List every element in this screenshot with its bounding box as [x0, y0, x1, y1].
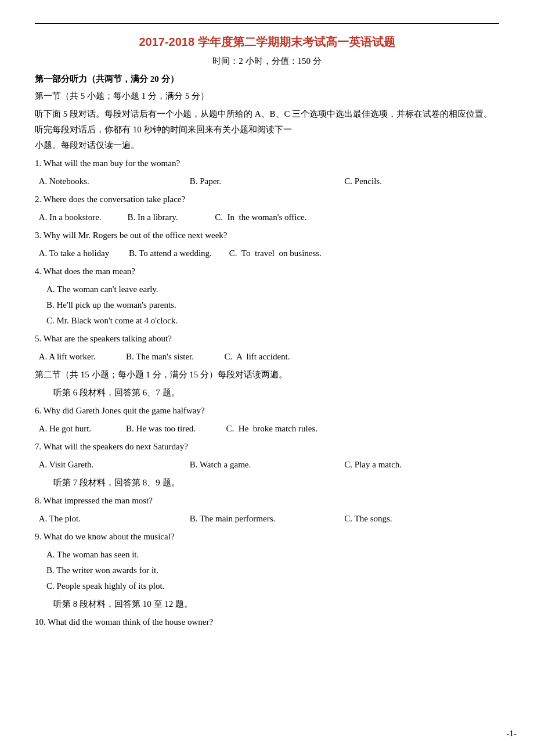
option-9a: A. The woman has seen it.: [46, 547, 499, 563]
question-6: 6. Why did Gareth Jones quit the game ha…: [35, 403, 499, 419]
page-number: -1-: [507, 729, 517, 739]
question-8: 8. What impressed the man most?: [35, 493, 499, 509]
option-8a: A. The plot.: [35, 511, 190, 527]
options-6: A. He got hurt. B. He was too tired. C. …: [35, 421, 499, 437]
options-4: A. The woman can't leave early. B. He'll…: [35, 282, 499, 329]
listen6-7: 听第 6 段材料，回答第 6、7 题。: [35, 385, 499, 401]
question-4: 4. What does the man mean?: [35, 264, 499, 279]
option-4b: B. He'll pick up the woman's parents.: [46, 297, 499, 313]
option-7c: C. Play a match.: [344, 457, 499, 473]
options-9: A. The woman has seen it. B. The writer …: [35, 547, 499, 594]
option-4c: C. Mr. Black won't come at 4 o'clock.: [46, 313, 499, 329]
question-10: 10. What did the woman think of the hous…: [35, 614, 499, 630]
option-9c: C. People speak highly of its plot.: [46, 578, 499, 594]
option-7a: A. Visit Gareth.: [35, 457, 190, 473]
options-5: A. A lift worker. B. The man's sister. C…: [35, 349, 499, 365]
question-3: 3. Why will Mr. Rogers be out of the off…: [35, 228, 499, 243]
options-2: A. In a bookstore. B. In a library. C. I…: [35, 210, 499, 225]
question-2: 2. Where does the conversation take plac…: [35, 192, 499, 207]
section1-title: 第一部分听力（共两节，满分 20 分）: [35, 74, 499, 85]
question-5: 5. What are the speakers talking about?: [35, 331, 499, 347]
option-8b: B. The main performers.: [190, 511, 345, 527]
exam-subtitle: 时间：2 小时，分值：150 分: [35, 56, 499, 67]
option-9b: B. The writer won awards for it.: [46, 563, 499, 578]
exam-title: 2017-2018 学年度第二学期期末考试高一英语试题: [35, 34, 499, 50]
options-3: A. To take a holiday B. To attend a wedd…: [35, 246, 499, 261]
section1-sub1: 第一节（共 5 小题；每小题 1 分，满分 5 分）: [35, 88, 499, 104]
listen7-8: 听第 7 段材料，回答第 8、9 题。: [35, 475, 499, 491]
option-1a: A. Notebooks.: [35, 174, 190, 189]
option-8c: C. The songs.: [344, 511, 499, 527]
option-7b: B. Watch a game.: [190, 457, 345, 473]
option-4a: A. The woman can't leave early.: [46, 282, 499, 297]
question-1: 1. What will the man buy for the woman?: [35, 156, 499, 171]
option-1b: B. Paper.: [190, 174, 345, 189]
option-1c: C. Pencils.: [344, 174, 499, 189]
options-1: A. Notebooks. B. Paper. C. Pencils.: [35, 174, 499, 189]
options-7: A. Visit Gareth. B. Watch a game. C. Pla…: [35, 457, 499, 473]
options-8: A. The plot. B. The main performers. C. …: [35, 511, 499, 527]
section1-desc: 听下面 5 段对话。每段对话后有一个小题，从题中所给的 A、B、C 三个选项中选…: [35, 106, 499, 153]
listen8-10: 听第 8 段材料，回答第 10 至 12 题。: [35, 596, 499, 612]
question-7: 7. What will the speakers do next Saturd…: [35, 439, 499, 455]
question-9: 9. What do we know about the musical?: [35, 529, 499, 545]
section2-title: 第二节（共 15 小题；每小题 1 分，满分 15 分）每段对话读两遍。: [35, 367, 499, 383]
top-divider: [35, 23, 499, 24]
